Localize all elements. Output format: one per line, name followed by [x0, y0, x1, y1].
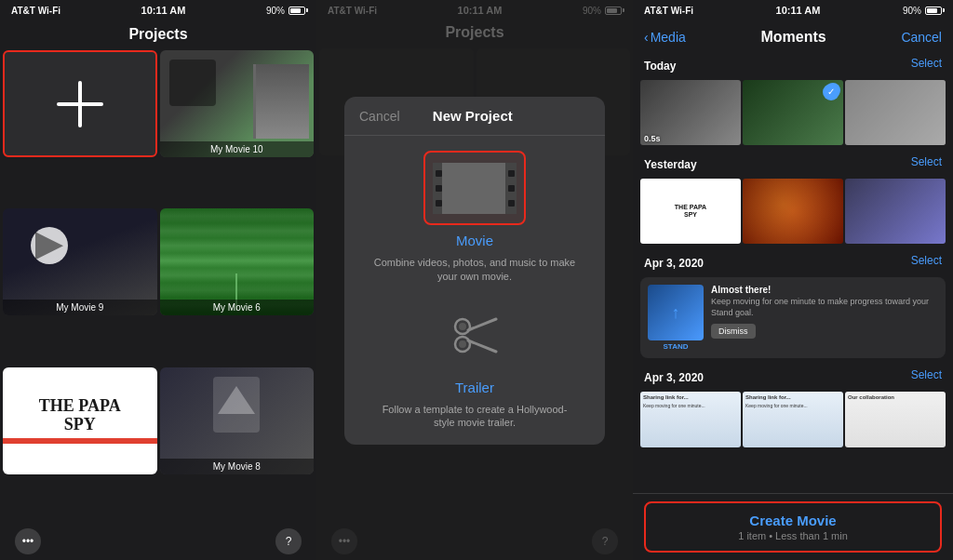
p3-carrier: AT&T Wi-Fi — [644, 6, 693, 16]
chevron-left-icon: ‹ — [644, 30, 649, 45]
today-section-header: Today Select — [640, 54, 946, 76]
yesterday-media-grid: THE PAPASPY — [640, 179, 946, 244]
p3-battery: 90% — [903, 6, 942, 16]
papa-spy-bar — [3, 438, 157, 444]
movie9-label: My Movie 9 — [3, 300, 157, 315]
create-movie-subtitle: 1 item • Less than 1 min — [655, 530, 931, 541]
new-project-modal: Cancel New Project — [344, 97, 605, 444]
svg-line-2 — [468, 319, 496, 330]
carrier-signal: AT&T Wi-Fi — [11, 6, 60, 16]
battery-percent: 90% — [266, 6, 285, 16]
projects-grid: My Movie 10 My Movie 9 My Movie 6 THE PA… — [0, 50, 316, 523]
stand-notification-card: ↑ STAND Almost there! Keep moving for on… — [640, 277, 946, 358]
moments-content: Today Select 0.5s ✓ Yesterday Select — [633, 54, 953, 493]
yesterday-thumb-3[interactable] — [845, 179, 946, 244]
today-select-button[interactable]: Select — [907, 57, 946, 73]
panel2-new-project: AT&T Wi-Fi 10:11 AM 90% Projects Cancel … — [316, 0, 633, 560]
stand-icon-area: ↑ STAND — [648, 285, 704, 351]
film-perf — [508, 200, 515, 207]
panel1-help-button[interactable]: ? — [275, 528, 302, 554]
apr3b-date: Apr 3, 2020 — [640, 366, 707, 388]
stand-activity-icon: ↑ — [648, 285, 704, 340]
modal-backdrop: Cancel New Project — [316, 0, 633, 560]
panel1-header: Projects — [0, 20, 316, 50]
screenshot-2[interactable]: Sharing link for... Keep moving for one … — [743, 392, 843, 447]
plus-icon — [57, 81, 103, 127]
movie-label: Movie — [456, 233, 493, 248]
yesterday-section-header: Yesterday Select — [640, 153, 946, 175]
p3-battery-icon — [925, 7, 942, 15]
film-strip-icon — [433, 163, 517, 214]
trailer-option[interactable]: Trailer Follow a template to create a Ho… — [359, 298, 590, 430]
stand-text-area: Almost there! Keep moving for one minute… — [711, 285, 938, 351]
modal-title: New Project — [433, 108, 513, 124]
movie9-item[interactable]: My Movie 9 — [3, 208, 157, 315]
cancel-button[interactable]: Cancel — [901, 30, 942, 45]
film-perf — [508, 185, 515, 192]
panel1-projects: AT&T Wi-Fi 10:11 AM 90% Projects My Movi… — [0, 0, 316, 560]
papa-spy-thumb[interactable]: THE PAPASPY — [640, 179, 741, 244]
media-thumb-today-3[interactable] — [845, 80, 946, 145]
media-thumb-today-2[interactable]: ✓ — [743, 80, 843, 145]
movie8-item[interactable]: My Movie 8 — [160, 367, 315, 474]
stand-arrow-icon: ↑ — [672, 303, 680, 323]
movie10-label: My Movie 10 — [160, 141, 315, 157]
apr3-section-header: Apr 3, 2020 Select — [640, 251, 946, 273]
movie6-label: My Movie 6 — [160, 300, 315, 315]
new-project-button[interactable] — [3, 50, 157, 157]
papa-spy-item[interactable]: THE PAPASPY — [3, 367, 157, 474]
create-movie-button[interactable]: Create Movie 1 item • Less than 1 min — [644, 501, 942, 553]
yesterday-thumb-2[interactable] — [743, 179, 843, 244]
movie10-item[interactable]: My Movie 10 — [160, 50, 315, 157]
duration-today-1: 0.5s — [644, 134, 661, 143]
papa-spy-text: THE PAPASPY — [39, 397, 121, 434]
today-date: Today — [640, 54, 679, 76]
yesterday-select-button[interactable]: Select — [907, 155, 946, 172]
movie8-label: My Movie 8 — [160, 459, 315, 474]
film-right-side — [505, 163, 517, 214]
trailer-icon-area — [423, 298, 526, 372]
stand-title: Almost there! — [711, 285, 938, 295]
movie-description: Combine videos, photos, and music to mak… — [372, 256, 577, 283]
media-thumb-today-1[interactable]: 0.5s — [640, 80, 741, 145]
create-movie-label: Create Movie — [655, 513, 931, 528]
svg-point-5 — [459, 340, 466, 348]
modal-options: Movie Combine videos, photos, and music … — [344, 136, 605, 444]
battery-icon — [289, 7, 305, 15]
trailer-description: Follow a template to create a Hollywood-… — [372, 403, 577, 430]
svg-line-3 — [468, 340, 496, 352]
carrier-text: AT&T Wi-Fi — [11, 6, 60, 16]
battery-area: 90% — [266, 6, 305, 16]
back-label: Media — [651, 30, 686, 45]
moments-title: Moments — [760, 29, 825, 46]
movie-option[interactable]: Movie Combine videos, photos, and music … — [359, 151, 590, 283]
apr3b-select-button[interactable]: Select — [907, 368, 946, 385]
screenshot-3[interactable]: Our collaboration — [845, 392, 946, 447]
scissors-icon — [450, 310, 501, 361]
status-bar-panel3: AT&T Wi-Fi 10:11 AM 90% — [633, 0, 953, 20]
today-media-grid: 0.5s ✓ — [640, 80, 946, 145]
apr3-select-button[interactable]: Select — [907, 254, 946, 271]
film-main — [442, 163, 507, 214]
panel3-media: AT&T Wi-Fi 10:11 AM 90% ‹ Media Moments … — [633, 0, 953, 560]
movie6-item[interactable]: My Movie 6 — [160, 208, 315, 315]
panel1-footer: ••• ? — [0, 523, 316, 560]
back-button[interactable]: ‹ Media — [644, 30, 686, 45]
dismiss-button[interactable]: Dismiss — [711, 324, 756, 339]
panel1-ellipsis-button[interactable]: ••• — [15, 528, 41, 554]
time-display: 10:11 AM — [141, 5, 186, 16]
papa-spy-thumbnail: THE PAPASPY — [3, 367, 157, 474]
film-perf — [508, 170, 515, 177]
panel3-navigation: ‹ Media Moments Cancel — [633, 20, 953, 54]
screenshot-1[interactable]: Sharing link for... Keep moving for one … — [640, 392, 741, 447]
movie-icon-box — [423, 151, 526, 225]
stand-body: Keep moving for one minute to make progr… — [711, 297, 938, 318]
modal-cancel-button[interactable]: Cancel — [359, 109, 400, 124]
p3-time: 10:11 AM — [776, 5, 821, 16]
film-perf — [436, 200, 442, 207]
panel3-footer: Create Movie 1 item • Less than 1 min — [633, 493, 953, 560]
status-bar-panel1: AT&T Wi-Fi 10:11 AM 90% — [0, 0, 316, 20]
film-perf — [436, 185, 442, 192]
yesterday-date: Yesterday — [640, 153, 701, 175]
trailer-label: Trailer — [455, 380, 494, 395]
